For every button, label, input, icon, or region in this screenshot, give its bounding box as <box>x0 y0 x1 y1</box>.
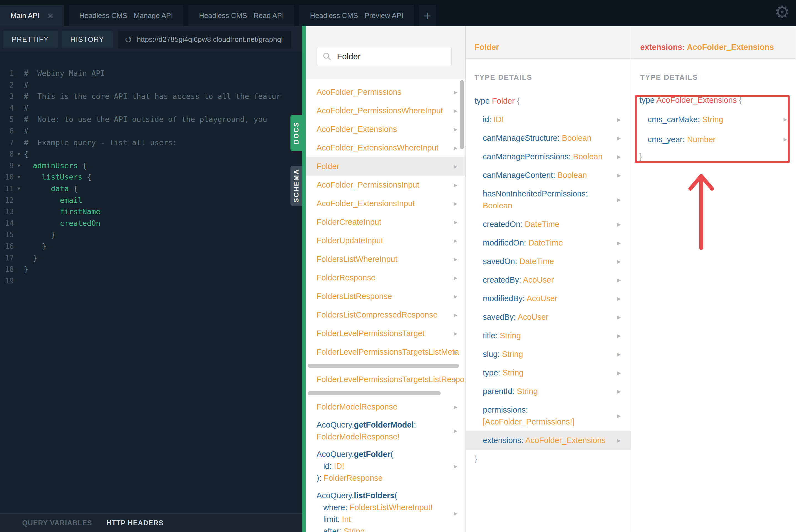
field-row[interactable]: createdBy: AcoUser▸ <box>466 271 631 289</box>
expand-arrow-icon: ▸ <box>454 273 457 282</box>
expand-arrow-icon: ▸ <box>454 180 457 189</box>
docs-explorer: AcoFolder_Permissions▸AcoFolder_Permissi… <box>306 26 796 532</box>
horizontal-scrollbar[interactable] <box>308 391 441 395</box>
field-row[interactable]: hasNonInheritedPermissions:Boolean▸ <box>466 185 631 215</box>
text-token: : <box>524 238 528 247</box>
close-tab-icon[interactable]: × <box>48 11 53 20</box>
type-list-item[interactable]: AcoFolder_ExtensionsInput▸ <box>306 194 465 213</box>
field-row[interactable]: slug: String▸ <box>466 345 631 363</box>
field-row[interactable]: id: ID!▸ <box>466 110 631 129</box>
expand-arrow-icon: ▸ <box>617 276 621 284</box>
type-list-item[interactable]: AcoFolder_ExtensionsWhereInput▸ <box>306 138 465 157</box>
code-text: listUsers { <box>24 171 92 183</box>
field-row[interactable]: canManagePermissions: Boolean▸ <box>466 147 631 166</box>
text-token: listFolders <box>354 491 395 500</box>
type-list-item[interactable]: FolderCreateInput▸ <box>306 213 465 231</box>
prettify-button[interactable]: PRETTIFY <box>3 31 58 49</box>
search-input[interactable] <box>337 52 446 61</box>
api-tab[interactable]: Main API× <box>0 5 64 26</box>
expand-arrow-icon: ▸ <box>454 375 457 383</box>
code-text: } <box>24 241 46 252</box>
expand-arrow-icon: ▸ <box>617 387 621 395</box>
query-variables-tab[interactable]: QUERY VARIABLES <box>22 519 92 527</box>
type-list-item[interactable]: FolderLevelPermissionsTargetsListMeta▸ <box>306 343 465 361</box>
type-name: AcoFolder_PermissionsWhereInput <box>317 106 465 115</box>
code-text: data { <box>24 183 78 194</box>
field-row[interactable]: savedBy: AcoUser▸ <box>466 308 631 326</box>
field-row[interactable]: title: String▸ <box>466 326 631 345</box>
type-list-item[interactable]: AcoFolder_Permissions▸ <box>306 83 465 101</box>
type-list-item[interactable]: FoldersListCompressedResponse▸ <box>306 306 465 324</box>
api-tab-label: Headless CMS - Manage API <box>79 11 173 20</box>
fold-toggle-icon[interactable]: ▾ <box>14 183 24 194</box>
fold-toggle-icon[interactable]: ▾ <box>14 148 24 160</box>
field-row[interactable]: extensions: AcoFolder_Extensions▸ <box>466 431 631 450</box>
type-list-item[interactable]: FolderResponse▸ <box>306 268 465 287</box>
settings-gear-icon[interactable]: ⚙ <box>774 3 790 22</box>
list-scrollbar[interactable] <box>460 80 464 149</box>
field-row[interactable]: canManageStructure: Boolean▸ <box>466 129 631 147</box>
field-row[interactable]: type: String▸ <box>466 363 631 382</box>
type-list-item[interactable]: AcoFolder_PermissionsWhereInput▸ <box>306 101 465 120</box>
schema-side-tab[interactable]: SCHEMA <box>290 166 302 206</box>
type-list-item[interactable]: FoldersListResponse▸ <box>306 287 465 306</box>
api-tab[interactable]: Headless CMS - Manage API <box>69 5 184 26</box>
type-list-item[interactable]: AcoQuery.listFolders( where: FoldersList… <box>306 487 465 532</box>
field-row[interactable]: modifiedBy: AcoUser▸ <box>466 289 631 308</box>
panel-title: Folder <box>474 43 499 52</box>
text-token: id <box>317 462 329 471</box>
field-row[interactable]: savedOn: DateTime▸ <box>466 252 631 271</box>
reload-schema-icon[interactable]: ↺ <box>125 34 132 45</box>
query-signature-line: AcoQuery.getFolderModel: <box>306 419 465 431</box>
type-name: FolderLevelPermissionsTarget <box>317 329 465 338</box>
text-token: modifiedBy <box>483 294 523 303</box>
api-tab[interactable]: Headless CMS - Preview API <box>299 5 414 26</box>
pane-divider[interactable] <box>302 26 306 532</box>
text-token: AcoQuery. <box>317 420 354 429</box>
fold-toggle-icon[interactable]: ▾ <box>14 160 24 172</box>
query-editor[interactable]: 1# Webiny Main API2#3# This is the core … <box>0 68 302 286</box>
field-row[interactable]: permissions:[AcoFolder_Permissions!]▸ <box>466 401 631 431</box>
code-line: 16 } <box>0 241 302 252</box>
field-row[interactable]: createdOn: DateTime▸ <box>466 215 631 233</box>
fold-toggle-icon[interactable]: ▾ <box>14 171 24 183</box>
expand-arrow-icon: ▸ <box>617 238 621 247</box>
search-box <box>317 47 452 66</box>
horizontal-scrollbar[interactable] <box>308 364 459 368</box>
type-list-item[interactable]: FolderUpdateInput▸ <box>306 231 465 250</box>
field-row[interactable]: modifiedOn: DateTime▸ <box>466 233 631 252</box>
endpoint-url-input[interactable] <box>137 35 285 44</box>
type-close-brace: } <box>631 149 795 164</box>
text-token: : <box>497 350 502 359</box>
api-tab[interactable]: Headless CMS - Read API <box>188 5 294 26</box>
expand-arrow-icon: ▸ <box>783 115 787 123</box>
field-row[interactable]: parentId: String▸ <box>466 382 631 401</box>
type-list-item[interactable]: FolderModelResponse▸ <box>306 398 465 416</box>
field-row[interactable]: canManageContent: Boolean▸ <box>466 166 631 185</box>
text-token: : <box>498 368 503 377</box>
field-row[interactable]: cms_carMake: String▸ <box>631 110 795 129</box>
type-list-item[interactable]: FolderLevelPermissionsTargetsListRespo▸ <box>306 370 465 389</box>
line-number: 11 <box>0 183 14 194</box>
code-line: 19 <box>0 275 302 287</box>
type-list-item[interactable]: Folder▸ <box>306 157 465 176</box>
docs-side-tab[interactable]: DOCS <box>290 115 302 151</box>
code-line: 10▾ listUsers { <box>0 171 302 183</box>
type-list-item[interactable]: AcoQuery.getFolder( id: ID!): FolderResp… <box>306 445 465 487</box>
field-row[interactable]: cms_year: Number▸ <box>631 129 795 149</box>
new-tab-button[interactable]: + <box>419 5 436 26</box>
text-token: : <box>515 257 519 266</box>
http-headers-tab[interactable]: HTTP HEADERS <box>107 519 164 527</box>
type-name: Folder <box>317 162 465 171</box>
type-list-item[interactable]: AcoFolder_PermissionsInput▸ <box>306 176 465 194</box>
panel-title: extensions: AcoFolder_Extensions <box>640 43 774 52</box>
type-list-item[interactable]: FolderLevelPermissionsTarget▸ <box>306 324 465 343</box>
type-list-item[interactable]: AcoQuery.getFolderModel:FolderModelRespo… <box>306 416 465 445</box>
type-list-item[interactable]: FoldersListWhereInput▸ <box>306 250 465 268</box>
history-button[interactable]: HISTORY <box>61 31 113 49</box>
text-token: # Example query - list all users: <box>24 138 177 147</box>
text-token: FolderModelResponse! <box>317 432 400 441</box>
code-text: } <box>24 264 28 275</box>
text-token: : <box>553 171 557 179</box>
type-list-item[interactable]: AcoFolder_Extensions▸ <box>306 120 465 138</box>
